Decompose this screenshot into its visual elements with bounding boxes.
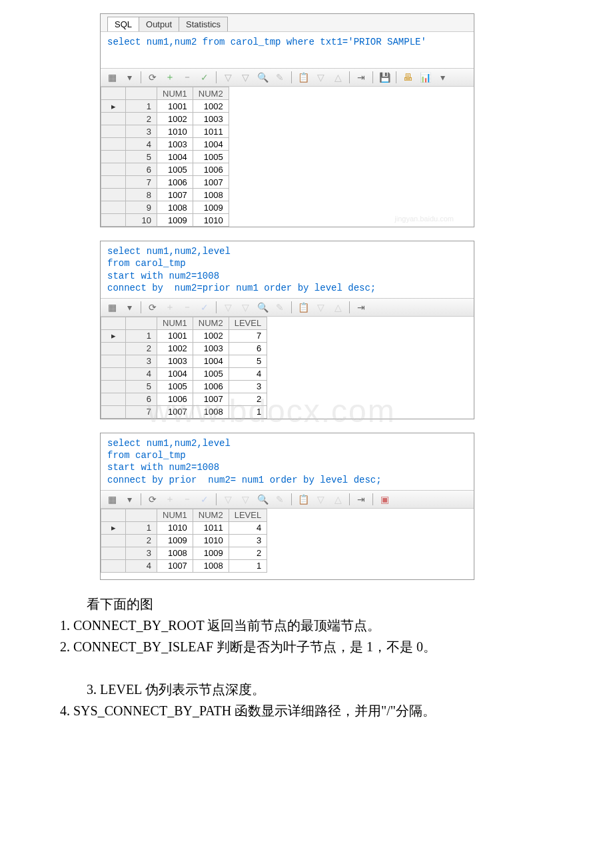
sql-editor-3[interactable]: select num1,num2,level from carol_tmp st… bbox=[101, 433, 474, 490]
tab-statistics[interactable]: Statistics bbox=[179, 17, 228, 31]
minus-icon[interactable]: － bbox=[181, 493, 193, 505]
col-header: LEVEL bbox=[229, 509, 267, 521]
more-icon[interactable]: ▾ bbox=[436, 71, 448, 83]
find-icon[interactable]: 🔍 bbox=[257, 493, 269, 505]
grid-toolbar: ▦ ▾ ⟳ ＋ － ✓ ▽ ▽ 🔍 ✎ 📋 ▽ △ ⇥ 💾 🖶 📊 ▾ bbox=[101, 68, 474, 87]
note-line: 1. CONNECT_BY_ROOT 返回当前节点的最顶端节点。 bbox=[60, 618, 380, 633]
export-icon[interactable]: ⇥ bbox=[355, 71, 367, 83]
print-icon[interactable]: 🖶 bbox=[402, 71, 414, 83]
table-row[interactable]: 910081009 bbox=[101, 201, 229, 214]
check-icon[interactable]: ✓ bbox=[199, 493, 211, 505]
minus-icon[interactable]: － bbox=[181, 71, 193, 83]
check-icon[interactable]: ✓ bbox=[199, 301, 211, 313]
chart-icon[interactable]: 📊 bbox=[419, 71, 431, 83]
sql-block-1: SQL Output Statistics select num1,num2 f… bbox=[100, 13, 474, 227]
table-row[interactable]: 610051006 bbox=[101, 163, 229, 176]
refresh-icon[interactable]: ⟳ bbox=[147, 71, 159, 83]
dropdown-arrow-icon[interactable]: ▾ bbox=[123, 493, 135, 505]
col-header: NUM2 bbox=[193, 317, 229, 329]
filter-icon[interactable]: ▽ bbox=[222, 71, 234, 83]
plus-icon[interactable]: ＋ bbox=[164, 493, 176, 505]
filter-icon-2[interactable]: ▽ bbox=[239, 493, 251, 505]
filter-icon-2[interactable]: ▽ bbox=[239, 71, 251, 83]
result-grid-3[interactable]: NUM1 NUM2 LEVEL ▸11010101142100910103310… bbox=[101, 509, 267, 573]
layout-icon[interactable]: ▣ bbox=[378, 493, 390, 505]
tab-sql[interactable]: SQL bbox=[107, 17, 139, 31]
dropdown-arrow-icon[interactable]: ▾ bbox=[123, 71, 135, 83]
sql-editor[interactable]: select num1,num2 from carol_tmp where tx… bbox=[101, 32, 474, 52]
sql-block-2: select num1,num2,level from carol_tmp st… bbox=[100, 241, 474, 419]
note-line: 看下面的图 bbox=[60, 593, 553, 615]
sql-block-3: select num1,num2,level from carol_tmp st… bbox=[100, 433, 474, 580]
nav-down-icon[interactable]: ▽ bbox=[314, 301, 326, 313]
edit-icon[interactable]: ✎ bbox=[274, 301, 286, 313]
table-row[interactable]: 2100910103 bbox=[101, 534, 267, 547]
table-row[interactable]: 4100710081 bbox=[101, 559, 267, 572]
table-row[interactable]: 2100210036 bbox=[101, 342, 267, 355]
table-row[interactable]: 6100610072 bbox=[101, 393, 267, 405]
col-header: NUM1 bbox=[157, 87, 193, 100]
col-header: NUM2 bbox=[193, 87, 229, 100]
refresh-icon[interactable]: ⟳ bbox=[147, 493, 159, 505]
col-header: NUM1 bbox=[157, 509, 193, 521]
table-row[interactable]: 3100310045 bbox=[101, 355, 267, 367]
nav-up-icon[interactable]: △ bbox=[332, 71, 344, 83]
refresh-icon[interactable]: ⟳ bbox=[147, 301, 159, 313]
edit-icon[interactable]: ✎ bbox=[274, 71, 286, 83]
minus-icon[interactable]: － bbox=[181, 301, 193, 313]
nav-down-icon[interactable]: ▽ bbox=[314, 71, 326, 83]
nav-up-icon[interactable]: △ bbox=[332, 493, 344, 505]
table-row[interactable]: 1010091010 bbox=[101, 214, 229, 227]
filter-icon-2[interactable]: ▽ bbox=[239, 301, 251, 313]
table-row[interactable]: 310101011 bbox=[101, 125, 229, 138]
table-row[interactable]: 4100410054 bbox=[101, 367, 267, 380]
watermark-icon: jingyan.baidu.com bbox=[394, 215, 454, 223]
grid-icon[interactable]: ▦ bbox=[106, 301, 118, 313]
notes-text: 看下面的图 1. CONNECT_BY_ROOT 返回当前节点的最顶端节点。 2… bbox=[0, 593, 613, 748]
note-line: 4. SYS_CONNECT_BY_PATH 函数显示详细路径，并用"/"分隔。 bbox=[60, 703, 436, 718]
find-icon[interactable]: 🔍 bbox=[257, 301, 269, 313]
table-row[interactable]: 810071008 bbox=[101, 189, 229, 201]
table-row[interactable]: 210021003 bbox=[101, 113, 229, 125]
table-row[interactable]: 510041005 bbox=[101, 151, 229, 163]
result-grid-1[interactable]: NUM1 NUM2 ▸11001100221002100331010101141… bbox=[101, 87, 229, 227]
edit-icon[interactable]: ✎ bbox=[274, 493, 286, 505]
col-header: NUM2 bbox=[193, 509, 229, 521]
grid-toolbar-3: ▦ ▾ ⟳ ＋ － ✓ ▽ ▽ 🔍 ✎ 📋 ▽ △ ⇥ ▣ bbox=[101, 490, 474, 509]
col-header: NUM1 bbox=[157, 317, 193, 329]
sql-editor-2[interactable]: select num1,num2,level from carol_tmp st… bbox=[101, 241, 474, 298]
export-icon[interactable]: ⇥ bbox=[355, 301, 367, 313]
plus-icon[interactable]: ＋ bbox=[164, 301, 176, 313]
grid-icon[interactable]: ▦ bbox=[106, 493, 118, 505]
grid-icon[interactable]: ▦ bbox=[106, 71, 118, 83]
tab-output[interactable]: Output bbox=[139, 17, 179, 31]
clipboard-icon[interactable]: 📋 bbox=[297, 301, 309, 313]
clipboard-icon[interactable]: 📋 bbox=[297, 71, 309, 83]
table-row[interactable]: 410031004 bbox=[101, 138, 229, 151]
note-line: 3. LEVEL 伪列表示节点深度。 bbox=[60, 679, 553, 700]
filter-icon[interactable]: ▽ bbox=[222, 493, 234, 505]
table-row[interactable]: ▸1101010114 bbox=[101, 521, 267, 534]
editor-tabs: SQL Output Statistics bbox=[101, 14, 474, 32]
plus-icon[interactable]: ＋ bbox=[164, 71, 176, 83]
find-icon[interactable]: 🔍 bbox=[257, 71, 269, 83]
check-icon[interactable]: ✓ bbox=[199, 71, 211, 83]
table-row[interactable]: ▸1100110027 bbox=[101, 329, 267, 342]
filter-icon[interactable]: ▽ bbox=[222, 301, 234, 313]
col-header: LEVEL bbox=[229, 317, 267, 329]
result-grid-2[interactable]: NUM1 NUM2 LEVEL ▸11001100272100210036310… bbox=[101, 317, 267, 419]
nav-down-icon[interactable]: ▽ bbox=[314, 493, 326, 505]
table-row[interactable]: 7100710081 bbox=[101, 405, 267, 418]
nav-up-icon[interactable]: △ bbox=[332, 301, 344, 313]
grid-toolbar-2: ▦ ▾ ⟳ ＋ － ✓ ▽ ▽ 🔍 ✎ 📋 ▽ △ ⇥ bbox=[101, 298, 474, 317]
table-row[interactable]: 3100810092 bbox=[101, 547, 267, 559]
save-icon[interactable]: 💾 bbox=[378, 71, 390, 83]
export-icon[interactable]: ⇥ bbox=[355, 493, 367, 505]
table-row[interactable]: 5100510063 bbox=[101, 380, 267, 393]
table-row[interactable]: ▸110011002 bbox=[101, 100, 229, 113]
table-row[interactable]: 710061007 bbox=[101, 176, 229, 189]
clipboard-icon[interactable]: 📋 bbox=[297, 493, 309, 505]
note-line: 2. CONNECT_BY_ISLEAF 判断是否为叶子节点，是 1，不是 0。 bbox=[60, 639, 436, 654]
dropdown-arrow-icon[interactable]: ▾ bbox=[123, 301, 135, 313]
